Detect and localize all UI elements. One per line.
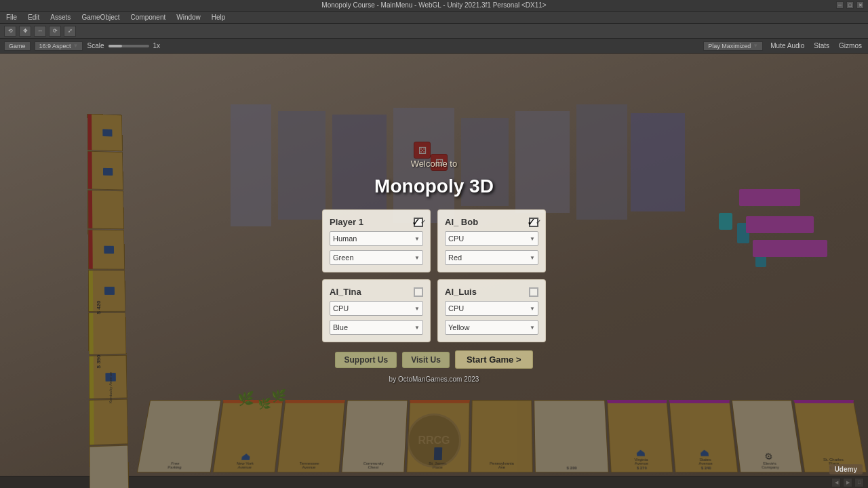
player-1-name-input[interactable]	[330, 217, 411, 227]
play-maximized-arrow-icon: ▼	[753, 43, 758, 49]
player-1-card: ✓ Human ▼ Green ▼	[322, 209, 431, 272]
player-4-checkbox[interactable]	[529, 287, 538, 297]
player-1-type-select[interactable]: Human ▼	[330, 231, 423, 246]
menu-gameobject[interactable]: GameObject	[79, 13, 121, 22]
player-1-color-arrow-icon: ▼	[414, 255, 420, 261]
player-3-color-select[interactable]: Blue ▼	[330, 320, 423, 335]
player-3-color-arrow-icon: ▼	[414, 325, 420, 331]
mute-audio-button[interactable]: Mute Audio	[768, 41, 806, 50]
player-2-color-select[interactable]: Red ▼	[445, 250, 538, 265]
window-controls[interactable]: ─ □ ✕	[836, 1, 864, 9]
player-1-header: ✓	[330, 217, 423, 227]
game-bar-right: Play Maximized ▼ Mute Audio Stats Gizmos	[703, 41, 864, 51]
scale-value: 1x	[153, 42, 161, 49]
close-button[interactable]: ✕	[856, 1, 864, 9]
player-2-type-label: CPU	[448, 235, 464, 243]
game-bar: Game 16:9 Aspect ▼ Scale 1x Play Maximiz…	[0, 39, 868, 54]
player-3-card: CPU ▼ Blue ▼	[322, 279, 431, 342]
gizmos-button[interactable]: Gizmos	[837, 41, 864, 50]
player-1-color-label: Green	[333, 253, 354, 262]
aspect-arrow-icon: ▼	[73, 43, 79, 49]
menu-help[interactable]: Help	[210, 13, 228, 22]
player-4-color-select[interactable]: Yellow ▼	[445, 320, 538, 335]
player-4-color-arrow-icon: ▼	[530, 325, 535, 331]
player-4-type-arrow-icon: ▼	[530, 306, 535, 312]
player-1-checkbox[interactable]: ✓	[414, 218, 423, 227]
scale-slider[interactable]	[108, 45, 149, 47]
minimize-button[interactable]: ─	[836, 1, 844, 9]
title-bar-area: Monopoly Course - MainMenu - WebGL - Uni…	[0, 0, 868, 12]
toolbar: ⟲ ✥ ↔ ⟳ ⤢ ▶ ⏸ ⏭ 🔍 Layers Layout	[0, 24, 868, 39]
player-2-color-arrow-icon: ▼	[530, 255, 535, 261]
player-1-type-arrow-icon: ▼	[414, 236, 420, 242]
player-2-type-select[interactable]: CPU ▼	[445, 231, 538, 246]
player-2-checkbox[interactable]: ✓	[529, 218, 538, 227]
menu-assets[interactable]: Assets	[48, 13, 73, 22]
player-1-type-label: Human	[333, 235, 357, 243]
toolbar-btn-4[interactable]: ⟳	[49, 26, 61, 37]
player-3-color-label: Blue	[333, 323, 348, 331]
player-4-header	[445, 287, 538, 297]
toolbar-btn-1[interactable]: ⟲	[4, 26, 16, 37]
menu-file[interactable]: File	[4, 13, 19, 22]
play-maximized-dropdown[interactable]: Play Maximized ▼	[703, 41, 763, 51]
start-game-button[interactable]: Start Game >	[455, 350, 533, 369]
udemy-badge: Udemy	[829, 464, 863, 474]
stats-button[interactable]: Stats	[812, 41, 831, 50]
aspect-dropdown[interactable]: 16:9 Aspect ▼	[35, 41, 83, 51]
menu-bar: File Edit Assets GameObject Component Wi…	[0, 12, 868, 24]
players-grid: ✓ Human ▼ Green ▼ ✓	[322, 209, 546, 342]
menu-edit[interactable]: Edit	[26, 13, 41, 22]
player-2-type-arrow-icon: ▼	[530, 236, 535, 242]
credit-text: by OctoManGames.com 2023	[389, 375, 479, 383]
player-4-type-select[interactable]: CPU ▼	[445, 301, 538, 316]
player-4-color-label: Yellow	[448, 323, 469, 331]
player-3-header	[330, 287, 423, 297]
toolbar-btn-3[interactable]: ↔	[34, 26, 46, 37]
player-3-checkbox[interactable]	[414, 287, 423, 297]
menu-component[interactable]: Component	[129, 13, 168, 22]
player-3-type-label: CPU	[333, 304, 349, 312]
player-2-name-input[interactable]	[445, 217, 526, 227]
buttons-row: Support Us Visit Us Start Game >	[335, 350, 532, 369]
player-4-name-input[interactable]	[445, 287, 526, 297]
player-3-type-select[interactable]: CPU ▼	[330, 301, 423, 316]
toolbar-btn-2[interactable]: ✥	[19, 26, 31, 37]
support-button[interactable]: Support Us	[335, 352, 397, 368]
toolbar-btn-5[interactable]: ⤢	[64, 26, 76, 37]
player-2-header: ✓	[445, 217, 538, 227]
player-3-name-input[interactable]	[330, 287, 411, 297]
welcome-text: Welcome to	[411, 159, 457, 169]
visit-button[interactable]: Visit Us	[402, 352, 450, 368]
player-2-card: ✓ CPU ▼ Red ▼	[437, 209, 546, 272]
player-4-type-label: CPU	[448, 304, 464, 312]
modal-overlay: Welcome to Monopoly 3D ✓ Human ▼ Green	[0, 54, 868, 488]
game-title: Monopoly 3D	[374, 176, 494, 197]
game-area: ⚄ ⚅	[0, 54, 868, 488]
player-3-type-arrow-icon: ▼	[414, 306, 420, 312]
maximize-button[interactable]: □	[846, 1, 854, 9]
player-2-color-label: Red	[448, 253, 462, 262]
player-1-color-select[interactable]: Green ▼	[330, 250, 423, 265]
scale-label: Scale	[87, 42, 104, 49]
menu-window[interactable]: Window	[174, 13, 203, 22]
player-4-card: CPU ▼ Yellow ▼	[437, 279, 546, 342]
window-title: Monopoly Course - MainMenu - WebGL - Uni…	[321, 1, 546, 9]
game-tab[interactable]: Game	[4, 41, 31, 51]
modal-content: Welcome to Monopoly 3D ✓ Human ▼ Green	[322, 159, 546, 383]
